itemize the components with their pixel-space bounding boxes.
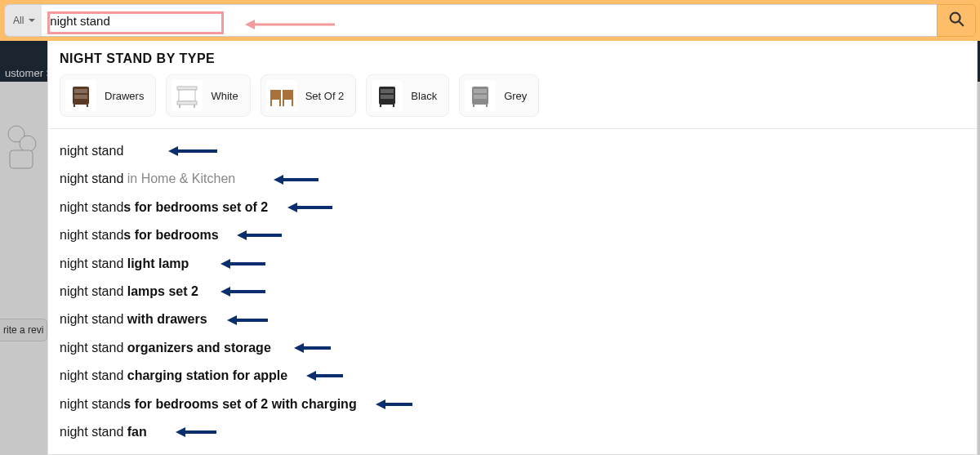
- suggestion-completion: with drawers: [123, 312, 207, 326]
- nightstand-icon: [372, 80, 403, 111]
- suggestion-match: night stand: [60, 397, 123, 411]
- svg-rect-7: [74, 95, 87, 99]
- svg-rect-23: [381, 95, 394, 99]
- department-dropdown[interactable]: All: [4, 4, 42, 37]
- suggestion-completion: s for bedrooms set of 2: [123, 200, 268, 214]
- suggestions-list: night standnight stand in Home & Kitchen…: [48, 137, 977, 446]
- search-suggestions-flyout: NIGHT STAND BY TYPE Drawers White Set Of…: [47, 40, 978, 455]
- suggestion-item[interactable]: night stand charging station for apple: [48, 362, 977, 390]
- suggestion-match: night stand: [60, 172, 123, 185]
- search-icon: [947, 10, 965, 31]
- suggestion-item[interactable]: night stand fan: [48, 418, 977, 446]
- type-card-label: Drawers: [105, 90, 144, 102]
- suggestion-item[interactable]: night stand light lamp: [48, 250, 977, 278]
- suggestion-match: night stand: [60, 200, 123, 214]
- search-input[interactable]: [42, 4, 937, 37]
- search-bar: All: [0, 0, 980, 41]
- type-suggestion-card[interactable]: White: [166, 74, 250, 117]
- nightstand-icon: [266, 80, 297, 111]
- type-suggestion-card[interactable]: Set Of 2: [261, 74, 357, 117]
- svg-rect-22: [381, 89, 394, 93]
- nightstand-icon: [465, 80, 496, 111]
- suggestion-completion: lamps set 2: [123, 284, 198, 298]
- svg-point-1: [20, 136, 36, 152]
- svg-rect-15: [270, 90, 281, 100]
- svg-rect-12: [177, 101, 197, 105]
- type-card-label: Black: [411, 90, 437, 102]
- type-card-label: Grey: [504, 90, 527, 102]
- search-button[interactable]: [937, 4, 976, 37]
- suggestion-completion: fan: [123, 425, 146, 439]
- nightstand-icon: [65, 80, 96, 111]
- suggestion-item[interactable]: night stands for bedrooms set of 2: [48, 194, 977, 221]
- nightstand-icon: [172, 80, 203, 111]
- type-suggestion-card[interactable]: Grey: [459, 74, 539, 117]
- suggestion-completion: s for bedrooms: [123, 228, 218, 242]
- suggestion-completion: light lamp: [123, 256, 189, 270]
- type-card-label: Set Of 2: [305, 90, 345, 102]
- suggestion-item[interactable]: night stand organizers and storage: [48, 334, 977, 362]
- suggestion-match: night stand: [60, 284, 123, 298]
- svg-line-4: [959, 21, 963, 25]
- suggestion-match: night stand: [60, 341, 123, 355]
- product-thumb: [5, 123, 38, 172]
- svg-rect-28: [474, 95, 487, 99]
- suggestion-match: night stand: [60, 312, 123, 326]
- department-label: All: [13, 15, 24, 26]
- write-review-button[interactable]: rite a revi: [0, 319, 47, 341]
- svg-rect-27: [474, 89, 487, 93]
- suggestion-item[interactable]: night stands for bedrooms set of 2 with …: [48, 390, 977, 418]
- suggestion-department: in Home & Kitchen: [123, 172, 235, 185]
- svg-rect-10: [177, 87, 197, 90]
- suggestion-item[interactable]: night stand lamps set 2: [48, 278, 977, 306]
- svg-rect-6: [74, 89, 87, 93]
- suggestions-section-title: NIGHT STAND BY TYPE: [48, 51, 977, 74]
- suggestion-match: night stand: [60, 425, 123, 439]
- suggestion-item[interactable]: night stand: [48, 137, 977, 165]
- suggestion-completion: charging station for apple: [123, 368, 287, 382]
- suggestion-completion: organizers and storage: [123, 341, 271, 355]
- type-suggestions-row: Drawers White Set Of 2 Black Grey: [48, 74, 977, 129]
- suggestion-completion: s for bedrooms set of 2 with charging: [123, 397, 356, 411]
- svg-rect-18: [283, 90, 293, 100]
- type-card-label: White: [211, 90, 238, 102]
- suggestion-match: night stand: [60, 228, 123, 242]
- suggestion-match: night stand: [60, 144, 123, 158]
- svg-rect-2: [10, 150, 33, 168]
- svg-rect-11: [179, 90, 195, 101]
- suggestion-item[interactable]: night stands for bedrooms: [48, 221, 977, 249]
- suggestion-item[interactable]: night stand in Home & Kitchen: [48, 165, 977, 193]
- suggestion-match: night stand: [60, 256, 123, 270]
- type-suggestion-card[interactable]: Black: [366, 74, 449, 117]
- suggestion-match: night stand: [60, 368, 123, 382]
- type-suggestion-card[interactable]: Drawers: [60, 74, 156, 117]
- suggestion-item[interactable]: night stand with drawers: [48, 306, 977, 333]
